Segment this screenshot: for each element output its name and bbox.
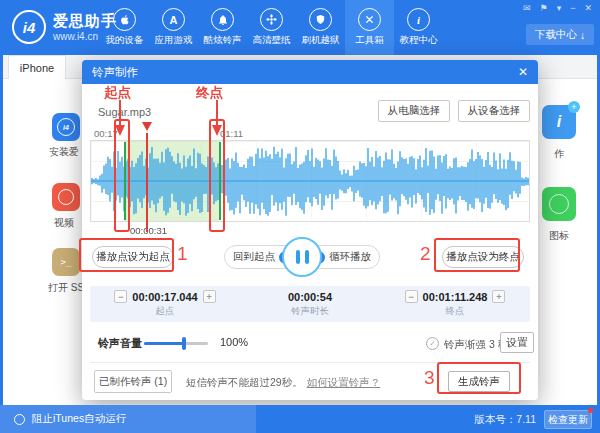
generate-ringtone-button[interactable]: 生成铃声 — [448, 371, 510, 392]
time-summary-row: − 00:00:17.044 + 起点 00:00:54 铃声时长 − 00:0… — [90, 286, 530, 322]
fix-icon-label: 图标 — [542, 229, 576, 243]
terminal-icon: >_ — [61, 257, 72, 267]
fix-icon-app-icon[interactable] — [542, 187, 576, 221]
playhead-time: 00:00:31 — [130, 225, 167, 236]
ringtone-hint: 短信铃声不能超过29秒。如何设置铃声？ — [186, 376, 380, 390]
how-to-set-ringtone-link[interactable]: 如何设置铃声？ — [307, 376, 381, 388]
dialog-title: 铃声制作 — [92, 65, 138, 80]
nav-item-jailbreak[interactable]: 刷机越狱 — [296, 0, 345, 55]
nav-item-my-devices[interactable]: 我的设备 — [100, 0, 149, 55]
update-notification-dot — [588, 408, 593, 413]
player-controls: 回到起点 ← ✓ 循环播放 — [224, 245, 380, 269]
window-border-left — [0, 55, 3, 405]
dialog-close-icon[interactable]: ✕ — [518, 65, 528, 79]
pause-button[interactable] — [282, 237, 322, 277]
waveform-panel[interactable] — [90, 140, 530, 222]
end-time-value: 00:01:11.248 — [423, 291, 488, 303]
tab-iphone[interactable]: iPhone — [8, 55, 66, 79]
video-app-icon[interactable] — [52, 183, 80, 211]
wave-end-time: 01:11 — [220, 128, 243, 139]
start-time-label: 起点 — [156, 305, 175, 318]
toolbox-icon — [358, 8, 381, 31]
close-icon[interactable]: ✕ — [584, 3, 592, 13]
version-text: 版本号：7.11 — [474, 413, 536, 427]
nav-item-toolbox[interactable]: 工具箱 — [345, 0, 394, 55]
end-minus-button[interactable]: − — [405, 290, 418, 303]
set-end-point-button[interactable]: 播放点设为终点 — [442, 246, 524, 268]
check-update-button[interactable]: 检查更新 — [544, 410, 592, 429]
playhead-line[interactable] — [146, 133, 148, 232]
wave-start-time: 00:17 — [94, 128, 118, 139]
jailbreak-icon — [309, 8, 332, 31]
statusbar: 阻止iTunes自动运行 版本号：7.11 检查更新 — [0, 405, 600, 433]
skin-icon[interactable]: ⚑ — [540, 3, 548, 13]
appstore-icon: A — [162, 8, 185, 31]
playhead-marker-icon[interactable] — [142, 122, 152, 131]
wallpaper-icon — [260, 8, 283, 31]
fade-in-checkbox[interactable]: ✓ — [426, 337, 439, 350]
install-i4-app-icon[interactable]: i4 — [52, 113, 80, 141]
volume-slider[interactable] — [144, 342, 208, 345]
content-area: iPhone i4 安装爱 视频 >_ 打开 SS i + 作 图标 铃声制作 … — [0, 55, 600, 405]
download-center-button[interactable]: 下载中心 ↓ — [526, 24, 594, 45]
ringtone-make-label: 作 — [542, 147, 576, 161]
minimize-icon[interactable]: − — [570, 3, 575, 13]
end-plus-button[interactable]: + — [492, 290, 505, 303]
made-ringtones-button[interactable]: 已制作铃声 (1) — [94, 370, 172, 393]
app-window: i4 爱思助手 www.i4.cn 我的设备 A 应用游戏 酷炫铃声 — [0, 0, 600, 433]
download-arrow-icon: ↓ — [580, 29, 585, 41]
window-controls: ✉ ⚑ ▾ − ✕ — [523, 3, 592, 13]
choose-from-device-button[interactable]: 从设备选择 — [458, 100, 530, 122]
volume-slider-thumb[interactable] — [182, 337, 186, 350]
nav-item-wallpapers[interactable]: 高清壁纸 — [247, 0, 296, 55]
start-time-value: 00:00:17.044 — [132, 291, 197, 303]
selection-end-line[interactable] — [219, 142, 221, 220]
plus-badge-icon: + — [568, 101, 580, 113]
nav-item-ringtones[interactable]: 酷炫铃声 — [198, 0, 247, 55]
feedback-icon[interactable]: ✉ — [523, 3, 531, 13]
choose-from-pc-button[interactable]: 从电脑选择 — [378, 100, 450, 122]
menu-icon[interactable]: ▾ — [557, 3, 562, 13]
duration-value: 00:00:54 — [288, 291, 332, 303]
block-itunes-toggle[interactable]: 阻止iTunes自动运行 — [0, 405, 256, 433]
start-plus-button[interactable]: + — [203, 290, 216, 303]
ringtone-maker-dialog: 铃声制作 ✕ Sugar.mp3 从电脑选择 从设备选择 00:17 01:11… — [82, 60, 538, 400]
file-name: Sugar.mp3 — [98, 106, 151, 118]
ssh-app-icon[interactable]: >_ — [52, 248, 80, 276]
volume-value: 100% — [220, 336, 248, 348]
selection-start-line[interactable] — [124, 142, 126, 220]
start-minus-button[interactable]: − — [114, 290, 127, 303]
info-icon: i — [407, 8, 430, 31]
radio-icon — [14, 414, 25, 425]
volume-label: 铃声音量 — [98, 336, 142, 351]
duration-label: 铃声时长 — [291, 305, 329, 318]
main-nav: 我的设备 A 应用游戏 酷炫铃声 高清壁纸 — [100, 0, 443, 55]
end-time-label: 终点 — [446, 305, 465, 318]
nav-item-apps-games[interactable]: A 应用游戏 — [149, 0, 198, 55]
ringtone-make-app-icon[interactable]: i + — [542, 105, 576, 139]
dialog-header: 铃声制作 ✕ — [82, 60, 538, 84]
fade-in-label: 铃声渐强 3 秒 — [444, 338, 508, 352]
i4-logo-icon: i4 — [12, 10, 46, 44]
bell-icon — [211, 8, 234, 31]
titlebar: i4 爱思助手 www.i4.cn 我的设备 A 应用游戏 酷炫铃声 — [0, 0, 600, 55]
nav-item-tutorials[interactable]: i 教程中心 — [394, 0, 443, 55]
divider — [90, 362, 530, 363]
fade-settings-button[interactable]: 设置 — [500, 332, 534, 353]
apple-icon — [113, 8, 136, 31]
set-start-point-button[interactable]: 播放点设为起点 — [92, 246, 174, 268]
waveform-canvas[interactable] — [91, 141, 529, 221]
